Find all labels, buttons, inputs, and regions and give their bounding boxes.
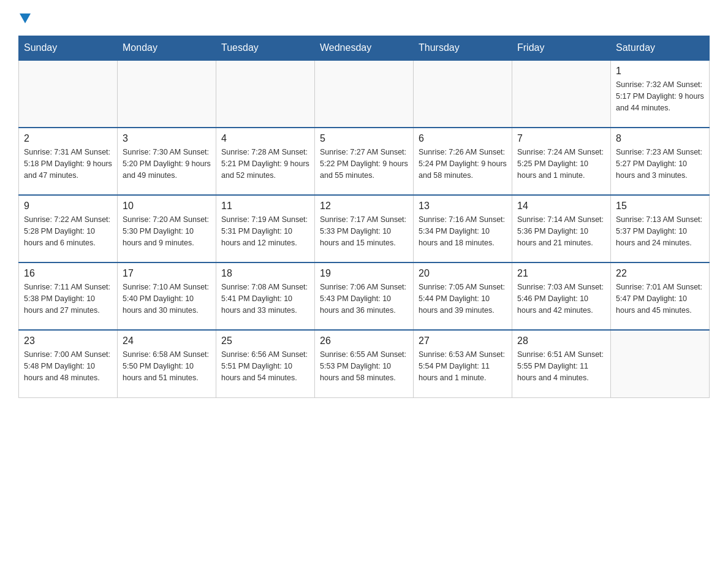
calendar-cell: 15Sunrise: 7:13 AM Sunset: 5:37 PM Dayli…: [611, 195, 710, 262]
day-info: Sunrise: 7:16 AM Sunset: 5:34 PM Dayligh…: [419, 214, 507, 248]
day-info: Sunrise: 7:22 AM Sunset: 5:28 PM Dayligh…: [24, 214, 112, 248]
day-info: Sunrise: 7:05 AM Sunset: 5:44 PM Dayligh…: [419, 282, 507, 316]
day-info: Sunrise: 6:58 AM Sunset: 5:50 PM Dayligh…: [123, 349, 211, 383]
day-number: 19: [320, 268, 408, 279]
day-number: 22: [616, 268, 704, 279]
day-info: Sunrise: 7:13 AM Sunset: 5:37 PM Dayligh…: [616, 214, 704, 248]
weekday-header-friday: Friday: [512, 36, 611, 61]
day-info: Sunrise: 7:11 AM Sunset: 5:38 PM Dayligh…: [24, 282, 112, 316]
svg-marker-0: [20, 13, 31, 23]
calendar-week-3: 9Sunrise: 7:22 AM Sunset: 5:28 PM Daylig…: [19, 195, 710, 262]
calendar-cell: 28Sunrise: 6:51 AM Sunset: 5:55 PM Dayli…: [512, 330, 611, 397]
day-number: 6: [419, 133, 507, 144]
day-info: Sunrise: 7:27 AM Sunset: 5:22 PM Dayligh…: [320, 147, 408, 181]
calendar-cell: [118, 60, 216, 128]
calendar-cell: 9Sunrise: 7:22 AM Sunset: 5:28 PM Daylig…: [19, 195, 118, 262]
day-number: 15: [616, 201, 704, 212]
day-info: Sunrise: 7:10 AM Sunset: 5:40 PM Dayligh…: [123, 282, 211, 316]
day-info: Sunrise: 6:56 AM Sunset: 5:51 PM Dayligh…: [221, 349, 309, 383]
day-info: Sunrise: 7:26 AM Sunset: 5:24 PM Dayligh…: [419, 147, 507, 181]
day-number: 3: [123, 133, 211, 144]
day-number: 27: [419, 335, 507, 347]
calendar-table: SundayMondayTuesdayWednesdayThursdayFrid…: [18, 36, 710, 398]
day-info: Sunrise: 7:30 AM Sunset: 5:20 PM Dayligh…: [123, 147, 211, 181]
day-number: 8: [616, 133, 704, 144]
calendar-week-2: 2Sunrise: 7:31 AM Sunset: 5:18 PM Daylig…: [19, 128, 710, 195]
calendar-cell: [315, 60, 414, 128]
logo: [18, 12, 31, 25]
day-info: Sunrise: 7:01 AM Sunset: 5:47 PM Dayligh…: [616, 282, 704, 316]
day-number: 17: [123, 268, 211, 279]
calendar-cell: 13Sunrise: 7:16 AM Sunset: 5:34 PM Dayli…: [414, 195, 512, 262]
day-info: Sunrise: 7:23 AM Sunset: 5:27 PM Dayligh…: [616, 147, 704, 181]
day-info: Sunrise: 7:32 AM Sunset: 5:17 PM Dayligh…: [616, 79, 704, 113]
calendar-header-row: SundayMondayTuesdayWednesdayThursdayFrid…: [19, 36, 710, 61]
day-number: 5: [320, 133, 408, 144]
weekday-header-tuesday: Tuesday: [216, 36, 315, 61]
weekday-header-saturday: Saturday: [611, 36, 710, 61]
day-number: 10: [123, 201, 211, 212]
calendar-cell: 6Sunrise: 7:26 AM Sunset: 5:24 PM Daylig…: [414, 128, 512, 195]
day-number: 18: [221, 268, 309, 279]
calendar-cell: 21Sunrise: 7:03 AM Sunset: 5:46 PM Dayli…: [512, 262, 611, 330]
calendar-cell: 8Sunrise: 7:23 AM Sunset: 5:27 PM Daylig…: [611, 128, 710, 195]
day-number: 26: [320, 335, 408, 347]
day-number: 24: [123, 335, 211, 347]
day-info: Sunrise: 7:20 AM Sunset: 5:30 PM Dayligh…: [123, 214, 211, 248]
day-info: Sunrise: 7:06 AM Sunset: 5:43 PM Dayligh…: [320, 282, 408, 316]
calendar-cell: 19Sunrise: 7:06 AM Sunset: 5:43 PM Dayli…: [315, 262, 414, 330]
calendar-cell: 5Sunrise: 7:27 AM Sunset: 5:22 PM Daylig…: [315, 128, 414, 195]
day-number: 21: [517, 268, 605, 279]
day-number: 2: [24, 133, 112, 144]
calendar-week-4: 16Sunrise: 7:11 AM Sunset: 5:38 PM Dayli…: [19, 262, 710, 330]
calendar-cell: 22Sunrise: 7:01 AM Sunset: 5:47 PM Dayli…: [611, 262, 710, 330]
calendar-cell: 3Sunrise: 7:30 AM Sunset: 5:20 PM Daylig…: [118, 128, 216, 195]
day-number: 28: [517, 335, 605, 347]
logo-triangle-icon: [20, 13, 31, 25]
calendar-cell: 20Sunrise: 7:05 AM Sunset: 5:44 PM Dayli…: [414, 262, 512, 330]
calendar-cell: 23Sunrise: 7:00 AM Sunset: 5:48 PM Dayli…: [19, 330, 118, 397]
calendar-cell: 26Sunrise: 6:55 AM Sunset: 5:53 PM Dayli…: [315, 330, 414, 397]
day-number: 9: [24, 201, 112, 212]
calendar-cell: [512, 60, 611, 128]
day-info: Sunrise: 6:53 AM Sunset: 5:54 PM Dayligh…: [419, 349, 507, 383]
weekday-header-sunday: Sunday: [19, 36, 118, 61]
calendar-cell: 4Sunrise: 7:28 AM Sunset: 5:21 PM Daylig…: [216, 128, 315, 195]
calendar-cell: 18Sunrise: 7:08 AM Sunset: 5:41 PM Dayli…: [216, 262, 315, 330]
calendar-cell: [414, 60, 512, 128]
day-number: 25: [221, 335, 309, 347]
calendar-cell: 7Sunrise: 7:24 AM Sunset: 5:25 PM Daylig…: [512, 128, 611, 195]
calendar-cell: [216, 60, 315, 128]
calendar-cell: [19, 60, 118, 128]
calendar-cell: 17Sunrise: 7:10 AM Sunset: 5:40 PM Dayli…: [118, 262, 216, 330]
calendar-cell: 16Sunrise: 7:11 AM Sunset: 5:38 PM Dayli…: [19, 262, 118, 330]
day-info: Sunrise: 7:00 AM Sunset: 5:48 PM Dayligh…: [24, 349, 112, 383]
day-info: Sunrise: 7:19 AM Sunset: 5:31 PM Dayligh…: [221, 214, 309, 248]
day-number: 13: [419, 201, 507, 212]
calendar-cell: 25Sunrise: 6:56 AM Sunset: 5:51 PM Dayli…: [216, 330, 315, 397]
day-info: Sunrise: 7:28 AM Sunset: 5:21 PM Dayligh…: [221, 147, 309, 181]
calendar-cell: 27Sunrise: 6:53 AM Sunset: 5:54 PM Dayli…: [414, 330, 512, 397]
day-info: Sunrise: 7:08 AM Sunset: 5:41 PM Dayligh…: [221, 282, 309, 316]
day-info: Sunrise: 7:24 AM Sunset: 5:25 PM Dayligh…: [517, 147, 605, 181]
weekday-header-monday: Monday: [118, 36, 216, 61]
calendar-cell: 10Sunrise: 7:20 AM Sunset: 5:30 PM Dayli…: [118, 195, 216, 262]
day-number: 1: [616, 66, 704, 77]
day-info: Sunrise: 6:55 AM Sunset: 5:53 PM Dayligh…: [320, 349, 408, 383]
day-info: Sunrise: 7:17 AM Sunset: 5:33 PM Dayligh…: [320, 214, 408, 248]
day-number: 23: [24, 335, 112, 347]
day-number: 20: [419, 268, 507, 279]
day-number: 11: [221, 201, 309, 212]
day-info: Sunrise: 6:51 AM Sunset: 5:55 PM Dayligh…: [517, 349, 605, 383]
calendar-week-1: 1Sunrise: 7:32 AM Sunset: 5:17 PM Daylig…: [19, 60, 710, 128]
day-number: 7: [517, 133, 605, 144]
calendar-cell: 11Sunrise: 7:19 AM Sunset: 5:31 PM Dayli…: [216, 195, 315, 262]
weekday-header-wednesday: Wednesday: [315, 36, 414, 61]
calendar-cell: 14Sunrise: 7:14 AM Sunset: 5:36 PM Dayli…: [512, 195, 611, 262]
calendar-cell: [611, 330, 710, 397]
day-number: 12: [320, 201, 408, 212]
calendar-cell: 24Sunrise: 6:58 AM Sunset: 5:50 PM Dayli…: [118, 330, 216, 397]
calendar-cell: 12Sunrise: 7:17 AM Sunset: 5:33 PM Dayli…: [315, 195, 414, 262]
day-info: Sunrise: 7:14 AM Sunset: 5:36 PM Dayligh…: [517, 214, 605, 248]
calendar-cell: 1Sunrise: 7:32 AM Sunset: 5:17 PM Daylig…: [611, 60, 710, 128]
